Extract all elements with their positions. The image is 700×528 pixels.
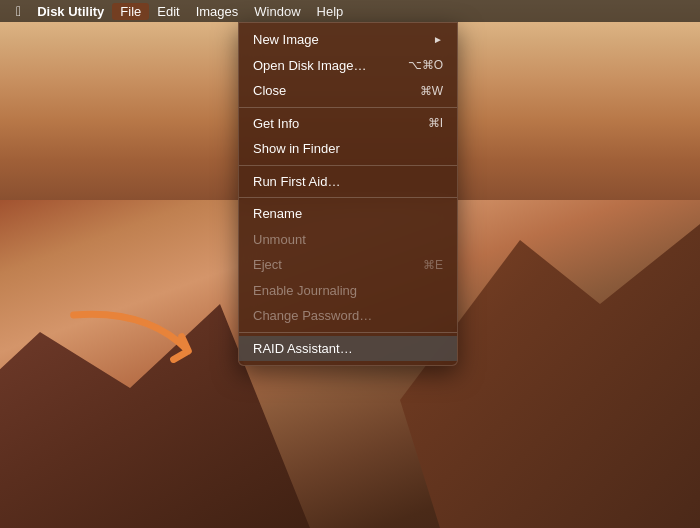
separator-4 [239, 332, 457, 333]
menu-bar:  Disk Utility File Edit Images Window H… [0, 0, 700, 22]
separator-2 [239, 165, 457, 166]
menu-item-change-password: Change Password… [239, 303, 457, 329]
menu-edit[interactable]: Edit [149, 3, 187, 20]
enable-journaling-label: Enable Journaling [253, 281, 443, 301]
menu-item-close[interactable]: Close ⌘W [239, 78, 457, 104]
menu-item-eject: Eject ⌘E [239, 252, 457, 278]
menu-window[interactable]: Window [246, 3, 308, 20]
get-info-shortcut: ⌘I [428, 114, 443, 132]
menu-item-rename[interactable]: Rename [239, 201, 457, 227]
close-shortcut: ⌘W [420, 82, 443, 100]
new-image-label: New Image [253, 30, 433, 50]
menu-images[interactable]: Images [188, 3, 247, 20]
apple-menu[interactable]:  [8, 3, 29, 19]
rename-label: Rename [253, 204, 443, 224]
raid-assistant-label: RAID Assistant… [253, 339, 443, 359]
menu-item-show-in-finder[interactable]: Show in Finder [239, 136, 457, 162]
open-disk-image-label: Open Disk Image… [253, 56, 408, 76]
menu-item-new-image[interactable]: New Image ► [239, 27, 457, 53]
menu-item-enable-journaling: Enable Journaling [239, 278, 457, 304]
get-info-label: Get Info [253, 114, 428, 134]
eject-shortcut: ⌘E [423, 256, 443, 274]
close-label: Close [253, 81, 420, 101]
app-name-label[interactable]: Disk Utility [29, 3, 112, 20]
run-first-aid-label: Run First Aid… [253, 172, 443, 192]
menu-item-get-info[interactable]: Get Info ⌘I [239, 111, 457, 137]
separator-3 [239, 197, 457, 198]
open-disk-image-shortcut: ⌥⌘O [408, 56, 443, 74]
menu-item-run-first-aid[interactable]: Run First Aid… [239, 169, 457, 195]
menu-item-open-disk-image[interactable]: Open Disk Image… ⌥⌘O [239, 53, 457, 79]
unmount-label: Unmount [253, 230, 443, 250]
show-in-finder-label: Show in Finder [253, 139, 443, 159]
menu-help[interactable]: Help [309, 3, 352, 20]
separator-1 [239, 107, 457, 108]
menu-file[interactable]: File [112, 3, 149, 20]
menu-item-unmount: Unmount [239, 227, 457, 253]
file-dropdown-menu: New Image ► Open Disk Image… ⌥⌘O Close ⌘… [238, 22, 458, 366]
change-password-label: Change Password… [253, 306, 443, 326]
new-image-arrow: ► [433, 32, 443, 47]
menu-item-raid-assistant[interactable]: RAID Assistant… [239, 336, 457, 362]
eject-label: Eject [253, 255, 423, 275]
